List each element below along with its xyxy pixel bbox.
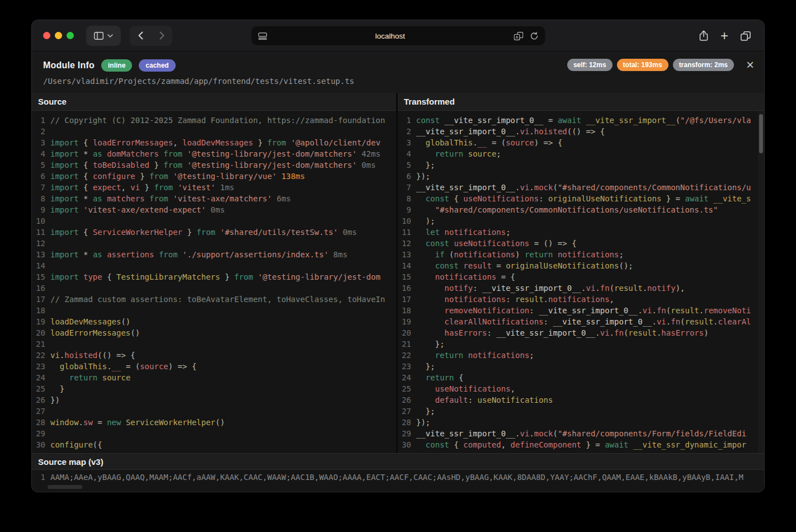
line-number: 6	[398, 171, 416, 182]
line-number: 28	[32, 417, 50, 428]
line-number: 21	[398, 338, 416, 350]
share-icon	[699, 30, 708, 41]
address-bar[interactable]: localhost A	[251, 26, 545, 45]
sourcemap-content: AAMA;AAeA,yBAAG,QAAQ,MAAM;AACf,aAAW,KAAK…	[50, 471, 743, 483]
code-line: 29	[32, 428, 396, 439]
new-tab-button[interactable]: +	[720, 29, 728, 43]
line-number: 16	[32, 283, 50, 294]
code-line: 14 const result = originalUseNotificatio…	[398, 260, 764, 271]
code-text: __vite_ssr_import_0__.vi.mock("#shared/c…	[416, 428, 746, 439]
code-line: 26 default: useNotifications	[398, 394, 764, 406]
badge-cached: cached	[139, 59, 175, 72]
code-line: 26})	[32, 394, 396, 406]
timing-total-badge: total: 193ms	[617, 59, 668, 71]
reload-icon[interactable]	[530, 32, 538, 40]
source-panel-title: Source	[32, 93, 396, 111]
line-number: 19	[398, 316, 416, 327]
vertical-scrollbar[interactable]	[758, 111, 764, 453]
close-icon[interactable]: ×	[746, 58, 754, 72]
code-text: return source;	[416, 148, 501, 159]
code-text: // Copyright (C) 2012-2025 Zammad Founda…	[50, 115, 385, 126]
back-button[interactable]	[130, 26, 151, 46]
line-number: 2	[32, 126, 50, 137]
horizontal-scrollbar-thumb[interactable]	[48, 485, 82, 489]
badge-inline: inline	[101, 59, 132, 72]
translate-icon[interactable]: A	[514, 32, 523, 40]
browser-window: localhost A	[32, 20, 764, 492]
line-number: 25	[32, 383, 50, 394]
code-text: return {	[416, 372, 463, 383]
code-line: 19 clearAllNotifications: __vite_ssr_imp…	[398, 316, 764, 327]
line-number: 18	[398, 305, 416, 316]
code-text: import * as matchers from 'vitest-axe/ma…	[50, 193, 291, 204]
tab-overview-button[interactable]	[741, 31, 751, 41]
code-line: 18 removeNotification: __vite_ssr_import…	[398, 305, 764, 316]
code-line: 28});	[398, 417, 764, 428]
line-number: 27	[32, 406, 50, 417]
code-line: 28window.sw = new ServiceWorkerHelper()	[32, 417, 396, 428]
reader-icon[interactable]	[258, 32, 267, 40]
minimize-window-button[interactable]	[55, 32, 62, 39]
url-text: localhost	[267, 32, 514, 40]
code-line: 22vi.hoisted(() => {	[32, 350, 396, 361]
code-line: 14	[32, 260, 396, 271]
code-line: 30configure({	[32, 439, 396, 450]
code-text: const { computed, defineComponent } = aw…	[416, 439, 746, 450]
sourcemap-title: Source map (v3)	[32, 453, 764, 470]
code-line: 1// Copyright (C) 2012-2025 Zammad Found…	[32, 115, 396, 126]
code-line: 17 notifications: result.notifications,	[398, 294, 764, 305]
code-line: 2__vite_ssr_import_0__.vi.hoisted(() => …	[398, 126, 764, 137]
code-line: 2	[32, 126, 396, 137]
code-text: const result = originalUseNotifications(…	[416, 260, 633, 271]
module-info-header: Module Info inline cached /Users/vladimi…	[32, 51, 764, 93]
share-button[interactable]	[699, 30, 708, 41]
code-text: // Zammad custom assertions: toBeAvatarE…	[50, 294, 385, 305]
sourcemap-section: Source map (v3) 1 AAMA;AAeA,yBAAG,QAAQ,M…	[32, 453, 764, 492]
code-text: };	[416, 406, 435, 417]
line-number: 1	[32, 115, 50, 126]
code-text: loadErrorMessages()	[50, 327, 140, 338]
traffic-lights	[43, 32, 74, 39]
page-title: Module Info	[43, 60, 95, 70]
code-line: 20 hasErrors: __vite_ssr_import_0__.vi.f…	[398, 327, 764, 338]
line-number: 22	[32, 350, 50, 361]
code-text: };	[416, 361, 435, 372]
line-number: 30	[398, 439, 416, 450]
code-line: 21 };	[398, 338, 764, 350]
code-line: 29__vite_ssr_import_0__.vi.mock("#shared…	[398, 428, 764, 439]
code-text: return source	[50, 372, 130, 383]
code-text: import { ServiceWorkerHelper } from '#sh…	[50, 227, 357, 238]
line-number: 11	[32, 227, 50, 238]
vertical-scrollbar-thumb[interactable]	[759, 114, 763, 153]
forward-button[interactable]	[151, 26, 172, 46]
browser-toolbar: localhost A	[32, 20, 764, 51]
line-number: 18	[32, 305, 50, 316]
code-text: loadDevMessages()	[50, 316, 130, 327]
line-number: 23	[32, 361, 50, 372]
svg-text:A: A	[515, 35, 518, 40]
code-text: }	[50, 383, 64, 394]
code-text: import { configure } from '@testing-libr…	[50, 171, 305, 182]
line-number: 15	[32, 271, 50, 283]
line-number: 17	[32, 294, 50, 305]
code-line: 6import { configure } from '@testing-lib…	[32, 171, 396, 182]
module-file-path: /Users/vladimir/Projects/zammad/app/fron…	[43, 77, 753, 86]
transformed-code-area[interactable]: 1const __vite_ssr_import_0__ = await __v…	[398, 111, 764, 453]
code-text: };	[416, 338, 445, 350]
close-window-button[interactable]	[43, 32, 50, 39]
line-number: 12	[398, 238, 416, 249]
code-text: import * as domMatchers from '@testing-l…	[50, 148, 380, 159]
sidebar-toggle-button[interactable]	[86, 26, 121, 46]
code-text: useNotifications,	[416, 383, 515, 394]
zoom-window-button[interactable]	[67, 32, 74, 39]
code-line: 6});	[398, 171, 764, 182]
toolbar-right-buttons: +	[699, 20, 751, 51]
code-text: const useNotifications = () => {	[416, 238, 577, 249]
code-line: 16	[32, 283, 396, 294]
code-line: 12 const useNotifications = () => {	[398, 238, 764, 249]
chevron-down-icon	[107, 34, 113, 37]
line-number: 8	[32, 193, 50, 204]
source-code-area[interactable]: 1// Copyright (C) 2012-2025 Zammad Found…	[32, 111, 396, 453]
code-text: });	[416, 171, 430, 182]
line-number: 5	[398, 159, 416, 171]
